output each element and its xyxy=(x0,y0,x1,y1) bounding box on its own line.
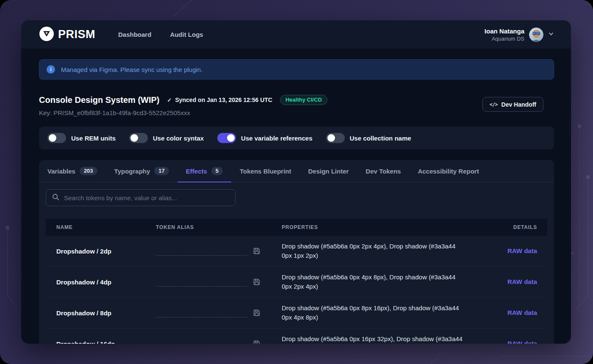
top-navbar: PRISM Dashboard Audit Logs Ioan Natanga … xyxy=(21,20,571,49)
code-icon: </> xyxy=(490,102,498,108)
export-options-bar: Use REM units Use color syntax Use varia… xyxy=(39,127,554,149)
search-box[interactable] xyxy=(46,189,236,206)
token-properties: Drop shadow (#5a5b6a 0px 4px 8px), Drop … xyxy=(282,273,465,291)
raw-data-link[interactable]: RAW data xyxy=(507,247,537,254)
token-name: Dropshadow / 4dp xyxy=(46,279,156,286)
token-name: Dropshadow / 16dp xyxy=(46,340,156,344)
dev-handoff-button[interactable]: </> Dev Handoff xyxy=(482,97,543,112)
column-header-properties: PROPERTIES xyxy=(282,224,484,230)
tokens-panel: Variables203 Typography17 Effects5 Token… xyxy=(39,160,554,344)
tab-tokens-blueprint[interactable]: Tokens Blueprint xyxy=(231,160,299,182)
tab-accessibility-report[interactable]: Accessibility Report xyxy=(409,160,487,182)
search-icon xyxy=(52,193,59,202)
save-alias-button[interactable] xyxy=(253,309,260,317)
user-workspace: Aquarium DS xyxy=(485,35,524,42)
toggle-switch[interactable] xyxy=(47,133,66,143)
token-properties: Drop shadow (#5a5b6a 0px 2px 4px), Drop … xyxy=(282,242,465,260)
project-header: Console Design System (WIP) ✓ Synced on … xyxy=(39,95,554,116)
tab-dev-tokens[interactable]: Dev Tokens xyxy=(357,160,409,182)
project-key: Key: PRISM_e0fbf83f-1a1b-49fa-9cd3-5522e… xyxy=(39,109,327,116)
primary-nav: Dashboard Audit Logs xyxy=(118,31,203,38)
search-input[interactable] xyxy=(64,194,229,201)
nav-item-dashboard[interactable]: Dashboard xyxy=(118,31,151,38)
user-name: Ioan Natanga xyxy=(485,27,524,35)
save-alias-button[interactable] xyxy=(253,247,260,255)
token-properties: Drop shadow (#5a5b6a 0px 8px 16px), Drop… xyxy=(282,303,465,322)
token-name: Dropshadow / 8dp xyxy=(46,309,156,317)
toggle-use-collection-name[interactable]: Use collection name xyxy=(326,133,411,143)
project-title-block: Console Design System (WIP) ✓ Synced on … xyxy=(39,95,327,116)
brand: PRISM xyxy=(39,26,95,43)
desktop-background: PRISM Dashboard Audit Logs Ioan Natanga … xyxy=(0,0,593,364)
chevron-down-icon[interactable] xyxy=(548,31,554,39)
app-window: PRISM Dashboard Audit Logs Ioan Natanga … xyxy=(21,20,571,344)
save-alias-button[interactable] xyxy=(253,340,260,344)
tab-count-badge: 17 xyxy=(154,167,169,175)
user-info: Ioan Natanga Aquarium DS xyxy=(485,27,524,42)
tab-bar: Variables203 Typography17 Effects5 Token… xyxy=(39,160,554,182)
toggle-use-variable-references[interactable]: Use variable references xyxy=(217,133,312,143)
tab-effects[interactable]: Effects5 xyxy=(177,160,231,182)
token-properties: Drop shadow (#5a5b6a 0px 16px 32px), Dro… xyxy=(282,334,465,344)
tab-variables[interactable]: Variables203 xyxy=(39,160,106,182)
tab-typography[interactable]: Typography17 xyxy=(106,160,177,182)
toggle-use-rem-units[interactable]: Use REM units xyxy=(47,133,116,143)
banner-text: Managed via Figma. Please sync using the… xyxy=(61,66,202,73)
tab-count-badge: 203 xyxy=(80,167,97,175)
avatar[interactable] xyxy=(529,28,543,42)
table-row: Dropshadow / 2dp Drop shad xyxy=(46,236,547,267)
prism-logo-icon xyxy=(39,26,54,43)
raw-data-link[interactable]: RAW data xyxy=(507,278,537,285)
table-row: Dropshadow / 16dp Drop sha xyxy=(46,328,547,344)
figma-sync-banner: i Managed via Figma. Please sync using t… xyxy=(39,59,554,80)
column-header-details: DETAILS xyxy=(484,224,547,230)
alias-field[interactable] xyxy=(156,277,247,287)
page-body: i Managed via Figma. Please sync using t… xyxy=(21,59,571,344)
info-icon: i xyxy=(47,65,55,74)
tab-count-badge: 5 xyxy=(211,167,223,175)
brand-name: PRISM xyxy=(58,28,95,41)
column-header-token-alias: TOKEN ALIAS xyxy=(156,224,282,230)
toggle-use-color-syntax[interactable]: Use color syntax xyxy=(129,133,204,143)
effects-table: NAME TOKEN ALIAS PROPERTIES DETAILS Drop… xyxy=(46,219,547,344)
table-row: Dropshadow / 8dp Drop shad xyxy=(46,298,547,328)
nav-item-audit-logs[interactable]: Audit Logs xyxy=(170,31,203,38)
token-name: Dropshadow / 2dp xyxy=(46,248,156,255)
table-row: Dropshadow / 4dp Drop shad xyxy=(46,267,547,298)
alias-field[interactable] xyxy=(156,308,247,317)
toggle-switch[interactable] xyxy=(129,133,148,143)
column-header-name: NAME xyxy=(46,224,156,230)
alias-field[interactable] xyxy=(156,246,247,256)
table-header: NAME TOKEN ALIAS PROPERTIES DETAILS xyxy=(46,219,547,236)
tab-design-linter[interactable]: Design Linter xyxy=(299,160,357,182)
status-badge: Healthy CI/CD xyxy=(280,95,327,105)
toggle-switch[interactable] xyxy=(326,133,345,143)
search-row xyxy=(39,182,554,212)
sync-status: ✓ Synced on Jan 13, 2026 12:56 UTC xyxy=(167,97,272,103)
toggle-switch[interactable] xyxy=(217,133,236,143)
user-menu[interactable]: Ioan Natanga Aquarium DS xyxy=(485,27,554,42)
alias-field[interactable] xyxy=(156,339,247,344)
raw-data-link[interactable]: RAW data xyxy=(507,309,537,316)
page-title: Console Design System (WIP) xyxy=(39,95,160,105)
raw-data-link[interactable]: RAW data xyxy=(507,340,537,344)
save-alias-button[interactable] xyxy=(253,278,260,286)
check-icon: ✓ xyxy=(167,97,172,103)
